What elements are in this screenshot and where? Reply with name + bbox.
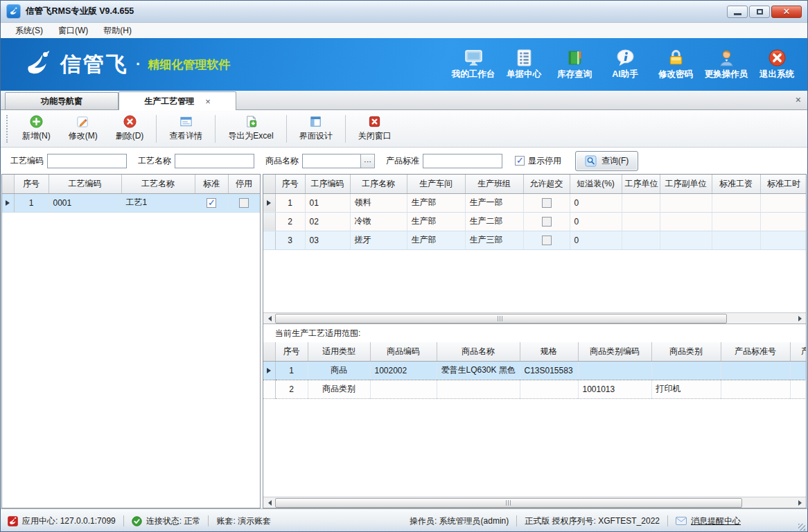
book-icon xyxy=(565,48,584,67)
cell-op-code: 03 xyxy=(305,231,350,249)
close-window-icon xyxy=(368,115,381,128)
column-header-std[interactable]: 产品标准 xyxy=(790,342,806,361)
action-change-password[interactable]: 修改密码 xyxy=(653,48,698,80)
scope-row[interactable]: 2 商品类别 1001013 打印机 xyxy=(263,380,806,398)
column-header-craft-code[interactable]: 工艺编码 xyxy=(49,175,121,193)
search-icon xyxy=(585,155,597,167)
action-document-center[interactable]: 单据中心 xyxy=(502,48,546,80)
scope-row[interactable]: 1 商品 1002002 爱普生LQ630K 黑色 C13S015583 xyxy=(263,361,806,380)
column-header-seq[interactable]: 序号 xyxy=(14,175,49,193)
product-std-input[interactable] xyxy=(423,154,502,168)
column-header-std-wage[interactable]: 标准工资 xyxy=(712,175,760,193)
query-button[interactable]: 查询(F) xyxy=(575,151,638,171)
craft-code-input[interactable] xyxy=(47,154,127,168)
column-header-spec[interactable]: 规格 xyxy=(520,342,578,361)
column-header-std-hours[interactable]: 标准工时 xyxy=(760,175,806,193)
show-disabled-checkbox[interactable] xyxy=(515,156,525,166)
column-header-product-code[interactable]: 商品编码 xyxy=(370,342,437,361)
scope-table: 序号 适用类型 商品编码 商品名称 规格 商品类别编码 商品类别 产品标准号 产… xyxy=(263,342,806,399)
status-separator xyxy=(667,515,668,526)
operations-horizontal-scrollbar[interactable] xyxy=(263,312,806,323)
column-header-seq[interactable]: 序号 xyxy=(275,175,305,193)
over-delivery-checkbox[interactable] xyxy=(542,217,552,227)
scroll-right-icon xyxy=(798,500,802,506)
close-icon: ✕ xyxy=(783,7,791,16)
column-header-disabled[interactable]: 停用 xyxy=(228,175,260,193)
add-button[interactable]: 新增(N) xyxy=(13,112,60,145)
column-header-apply-type[interactable]: 适用类型 xyxy=(308,342,370,361)
tab-production-process[interactable]: 生产工艺管理 × xyxy=(118,91,236,110)
craft-name-label: 工艺名称 xyxy=(138,155,171,167)
disabled-checkbox[interactable] xyxy=(239,198,249,208)
brand-slogan: 精细化管理软件 xyxy=(148,57,230,73)
cell-category-code xyxy=(578,361,651,380)
menu-help[interactable]: 帮助(H) xyxy=(96,24,139,38)
operation-row[interactable]: 2 02 冷镦 生产部 生产二部 0 xyxy=(263,212,806,231)
resize-grip[interactable] xyxy=(798,524,805,531)
column-header-team[interactable]: 生产班组 xyxy=(465,175,523,193)
column-header-op-code[interactable]: 工序编码 xyxy=(305,175,350,193)
column-header-standard[interactable]: 标准 xyxy=(195,175,228,193)
tabstrip-close-icon[interactable]: × xyxy=(796,94,801,105)
craft-table-row[interactable]: 1 0001 工艺1 xyxy=(2,193,260,212)
toolbar-grip[interactable] xyxy=(6,115,9,143)
scope-horizontal-scrollbar[interactable] xyxy=(263,497,806,508)
action-exit-system[interactable]: 退出系统 xyxy=(755,48,799,80)
thumb-grip-icon xyxy=(498,316,504,321)
action-ai-assistant[interactable]: AI助手 xyxy=(603,48,647,80)
scrollbar-thumb[interactable] xyxy=(275,498,742,508)
message-center-item[interactable]: 消息提醒中心 xyxy=(676,515,741,527)
menu-system[interactable]: 系统(S) xyxy=(8,24,51,38)
column-header-short-over[interactable]: 短溢装(%) xyxy=(570,175,622,193)
tab-function-navigator[interactable]: 功能导航窗 xyxy=(5,92,118,109)
craft-name-input[interactable] xyxy=(175,154,254,168)
product-name-input[interactable] xyxy=(302,154,361,168)
column-header-over-delivery[interactable]: 允许超交 xyxy=(523,175,570,193)
cell-team: 生产一部 xyxy=(465,193,523,212)
over-delivery-checkbox[interactable] xyxy=(542,236,552,245)
over-delivery-checkbox[interactable] xyxy=(542,198,552,208)
button-label: 关闭窗口 xyxy=(358,130,392,142)
delete-button[interactable]: 删除(D) xyxy=(107,112,153,145)
column-header-craft-name[interactable]: 工艺名称 xyxy=(121,175,195,193)
operation-row[interactable]: 3 03 搓牙 生产部 生产三部 0 xyxy=(263,231,806,249)
minimize-button[interactable] xyxy=(727,6,748,18)
action-inventory-query[interactable]: 库存查询 xyxy=(552,48,597,80)
banner: 信管飞 · 精细化管理软件 我的工作台 单据中心 库存查询 AI助手 修改密码 … xyxy=(1,38,807,91)
product-browse-button[interactable]: ··· xyxy=(360,154,375,168)
edit-button[interactable]: 修改(M) xyxy=(60,112,107,145)
column-header-sub-unit[interactable]: 工序副单位 xyxy=(660,175,712,193)
export-excel-button[interactable]: 导出为Excel xyxy=(219,112,282,145)
cell-op-name: 冷镦 xyxy=(350,212,407,231)
close-window-button[interactable]: 关闭窗口 xyxy=(349,112,401,145)
current-row-arrow-icon xyxy=(267,368,271,373)
cell-sub-unit xyxy=(660,212,712,231)
tab-close-icon[interactable]: × xyxy=(205,96,211,107)
action-my-workbench[interactable]: 我的工作台 xyxy=(451,48,495,80)
menu-window[interactable]: 窗口(W) xyxy=(51,24,96,38)
column-header-category-code[interactable]: 商品类别编码 xyxy=(578,342,651,361)
action-switch-operator[interactable]: 更换操作员 xyxy=(704,48,748,80)
column-header-std-no[interactable]: 产品标准号 xyxy=(721,342,790,361)
column-header-workshop[interactable]: 生产车间 xyxy=(407,175,465,193)
operation-row[interactable]: 1 01 领料 生产部 生产一部 0 xyxy=(263,193,806,212)
column-header-seq[interactable]: 序号 xyxy=(275,342,308,361)
maximize-button[interactable] xyxy=(749,6,770,18)
cell-product-name: 爱普生LQ630K 黑色 xyxy=(437,361,520,380)
scrollbar-track[interactable] xyxy=(275,314,794,323)
scroll-left-button[interactable] xyxy=(264,498,275,508)
close-button[interactable]: ✕ xyxy=(771,6,802,18)
scrollbar-track[interactable] xyxy=(275,498,794,508)
scroll-right-button[interactable] xyxy=(794,498,805,508)
scroll-right-button[interactable] xyxy=(794,314,805,323)
message-center-link[interactable]: 消息提醒中心 xyxy=(691,515,741,527)
column-header-product-name[interactable]: 商品名称 xyxy=(437,342,520,361)
column-header-op-name[interactable]: 工序名称 xyxy=(350,175,407,193)
ui-design-button[interactable]: 界面设计 xyxy=(290,112,342,145)
standard-checkbox[interactable] xyxy=(207,198,216,208)
column-header-unit[interactable]: 工序单位 xyxy=(622,175,660,193)
scrollbar-thumb[interactable] xyxy=(275,314,727,323)
column-header-category[interactable]: 商品类别 xyxy=(651,342,721,361)
scroll-left-button[interactable] xyxy=(264,314,275,323)
view-detail-button[interactable]: 查看详情 xyxy=(160,112,211,145)
